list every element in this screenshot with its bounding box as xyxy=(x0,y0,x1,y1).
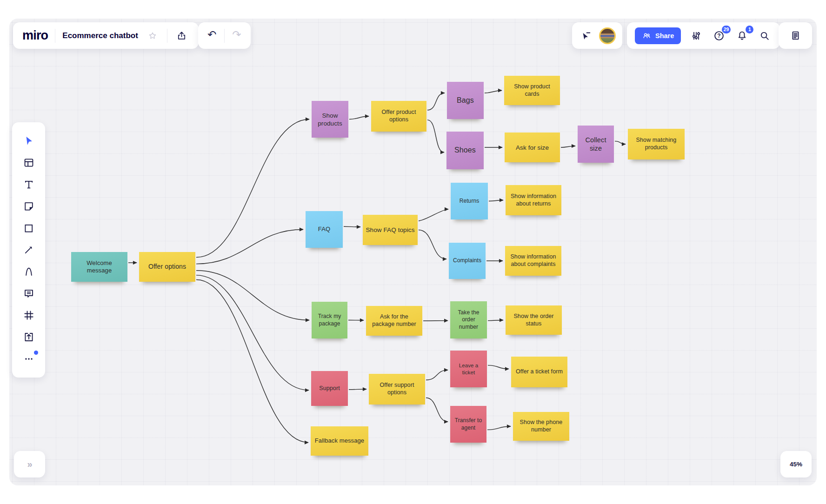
share-people-icon xyxy=(642,31,652,40)
note-returns[interactable]: Returns xyxy=(451,183,488,219)
connector-support-to-offer-support-options[interactable] xyxy=(349,389,366,390)
tool-sticky-note-icon[interactable] xyxy=(21,199,37,214)
notifications-bell-icon[interactable]: 1 xyxy=(734,28,749,43)
note-offer-ticket-form[interactable]: Offer a ticket form xyxy=(511,357,567,387)
miro-logo[interactable]: miro xyxy=(22,28,48,43)
note-fallback-message[interactable]: Fallback message xyxy=(311,426,368,456)
note-label: Offer support options xyxy=(372,382,422,397)
note-show-info-complaints[interactable]: Show information about complaints xyxy=(505,246,561,276)
tool-shapes-icon[interactable] xyxy=(21,220,37,236)
notes-doc-icon[interactable] xyxy=(788,28,803,43)
note-label: Show the order status xyxy=(508,313,559,328)
note-transfer-to-agent[interactable]: Transfer to agent xyxy=(450,406,486,443)
board-canvas[interactable]: Welcome messageOffer optionsShow product… xyxy=(9,19,817,485)
connector-offer-options-to-fallback-message[interactable] xyxy=(196,280,308,443)
tool-upload-icon[interactable] xyxy=(21,329,37,345)
note-shoes[interactable]: Shoes xyxy=(446,132,484,169)
tool-templates-icon[interactable] xyxy=(21,155,37,171)
search-icon[interactable] xyxy=(757,28,772,43)
redo-icon[interactable]: ↷ xyxy=(229,28,244,43)
note-show-product-cards[interactable]: Show product cards xyxy=(504,76,560,105)
connector-returns-to-show-info-returns[interactable] xyxy=(489,200,503,201)
user-avatar[interactable] xyxy=(599,27,616,44)
favorite-star-icon[interactable] xyxy=(145,28,160,43)
note-track-my-package[interactable]: Track my package xyxy=(312,302,347,338)
note-collect-size[interactable]: Collect size xyxy=(578,126,614,163)
board-title[interactable]: Ecommerce chatbot xyxy=(62,31,138,40)
note-label: Show information about complaints xyxy=(508,253,559,268)
note-take-order-number[interactable]: Take the order number xyxy=(450,301,487,338)
note-show-matching-products[interactable]: Show matching products xyxy=(628,129,685,159)
actions-panel: Share ? 29 1 xyxy=(627,22,780,49)
note-offer-support-options[interactable]: Offer support options xyxy=(369,374,425,405)
note-bags[interactable]: Bags xyxy=(447,82,484,119)
connector-offer-support-options-to-transfer-to-agent[interactable] xyxy=(426,398,448,421)
connector-show-products-to-offer-product-options[interactable] xyxy=(349,116,369,119)
tool-connector-icon[interactable] xyxy=(21,242,37,258)
tool-pen-icon[interactable] xyxy=(21,264,37,279)
note-leave-a-ticket[interactable]: Leave a ticket xyxy=(450,351,487,387)
note-label: Complaints xyxy=(453,257,481,264)
note-label: Offer a ticket form xyxy=(516,368,563,376)
note-label: Ask for size xyxy=(516,144,549,152)
board-info-panel: miro Ecommerce chatbot xyxy=(13,22,199,49)
divider xyxy=(224,29,225,43)
note-show-order-status[interactable]: Show the order status xyxy=(506,305,562,335)
zoom-level-button[interactable]: 45% xyxy=(780,451,812,477)
preferences-sliders-icon[interactable] xyxy=(689,28,704,43)
connector-offer-support-options-to-leave-a-ticket[interactable] xyxy=(426,370,448,380)
note-show-phone-number[interactable]: Show the phone number xyxy=(513,412,569,441)
note-show-products[interactable]: Show products xyxy=(312,101,348,138)
connector-ask-for-size-to-collect-size[interactable] xyxy=(561,146,575,147)
note-offer-product-options[interactable]: Offer product options xyxy=(371,101,426,132)
note-label: Offer product options xyxy=(374,109,424,124)
connector-offer-options-to-faq[interactable] xyxy=(196,230,303,264)
connector-offer-options-to-track-my-package[interactable] xyxy=(196,271,309,320)
connector-offer-product-options-to-bags[interactable] xyxy=(427,93,445,110)
tool-text-icon[interactable] xyxy=(21,177,37,192)
note-ask-for-size[interactable]: Ask for size xyxy=(505,133,560,162)
connector-faq-to-show-faq-topics[interactable] xyxy=(344,226,360,227)
share-button[interactable]: Share xyxy=(635,27,681,44)
notifications-badge: 1 xyxy=(746,26,753,33)
note-show-faq-topics[interactable]: Show FAQ topics xyxy=(363,215,418,245)
connector-offer-options-to-show-products[interactable] xyxy=(196,119,309,258)
collaborator-cursor-icon[interactable] xyxy=(579,28,593,43)
note-welcome[interactable]: Welcome message xyxy=(71,252,127,282)
connector-collect-size-to-show-matching-products[interactable] xyxy=(615,141,626,144)
connector-transfer-to-agent-to-show-phone-number[interactable] xyxy=(487,426,511,430)
connector-offer-product-options-to-shoes[interactable] xyxy=(427,120,444,153)
connector-leave-a-ticket-to-offer-ticket-form[interactable] xyxy=(488,365,509,369)
note-offer-options[interactable]: Offer options xyxy=(139,252,195,282)
note-show-info-returns[interactable]: Show information about returns xyxy=(506,185,561,215)
note-label: Show matching products xyxy=(631,137,682,152)
note-label: Track my package xyxy=(314,313,345,327)
svg-text:?: ? xyxy=(718,33,721,39)
divider xyxy=(55,29,55,43)
tool-select-icon[interactable] xyxy=(21,133,37,149)
note-label: Show products xyxy=(314,112,346,127)
connector-bags-to-show-product-cards[interactable] xyxy=(485,91,502,93)
undo-icon[interactable]: ↶ xyxy=(205,28,220,43)
export-board-icon[interactable] xyxy=(174,28,189,43)
connector-show-faq-topics-to-returns[interactable] xyxy=(419,209,448,221)
note-label: Welcome message xyxy=(74,259,125,275)
note-label: Offer options xyxy=(148,263,186,271)
tool-comment-icon[interactable] xyxy=(21,285,37,301)
expand-panel-button[interactable]: » xyxy=(14,451,45,477)
help-icon[interactable]: ? 29 xyxy=(712,28,726,43)
note-complaints[interactable]: Complaints xyxy=(449,243,486,279)
chevrons-right-icon: » xyxy=(27,459,32,470)
connector-offer-options-to-support[interactable] xyxy=(196,275,309,390)
note-label: Take the order number xyxy=(453,309,484,330)
note-support[interactable]: Support xyxy=(311,371,348,406)
tool-more-icon[interactable] xyxy=(21,351,37,367)
note-ask-package-number[interactable]: Ask for the package number xyxy=(366,306,422,336)
tool-frame-icon[interactable] xyxy=(21,307,37,323)
note-label: Returns xyxy=(460,198,480,205)
connector-take-order-number-to-show-order-status[interactable] xyxy=(488,320,503,321)
note-faq[interactable]: FAQ xyxy=(306,211,343,248)
history-panel: ↶ ↷ xyxy=(198,22,251,49)
connector-show-faq-topics-to-complaints[interactable] xyxy=(419,230,446,259)
note-label: Shoes xyxy=(454,146,476,155)
